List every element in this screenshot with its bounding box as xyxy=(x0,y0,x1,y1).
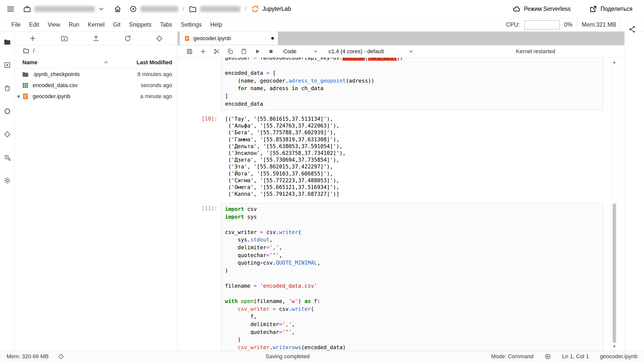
menubar-right: CPU: 0% Mem:321 MB xyxy=(506,18,644,31)
folder-icon xyxy=(189,5,197,13)
save-button[interactable] xyxy=(183,45,196,57)
circle-x-icon[interactable] xyxy=(544,353,551,360)
file-row[interactable]: .ipynb_checkpoints8 minutes ago xyxy=(15,69,177,80)
cut-button[interactable] xyxy=(210,45,223,57)
mode-indicator[interactable]: Mode: Command xyxy=(491,353,534,360)
add-cell-button[interactable] xyxy=(196,45,210,57)
jupyterlab-breadcrumb[interactable]: JupyterLab xyxy=(251,5,291,13)
kernel-select[interactable]: c1.4 (4 cores) - default xyxy=(327,45,415,57)
menu-settings[interactable]: Settings xyxy=(176,18,206,31)
stop-button[interactable] xyxy=(264,45,278,57)
scrollbar-thumb[interactable] xyxy=(613,203,616,343)
file-row[interactable]: encoded_data.csvseconds ago xyxy=(15,80,177,91)
settings-icon[interactable] xyxy=(4,177,11,184)
file-list: .ipynb_checkpoints8 minutes agoencoded_d… xyxy=(15,69,177,102)
share-button[interactable]: Поделиться xyxy=(589,5,632,13)
menu-view[interactable]: View xyxy=(43,18,64,31)
git-clone-icon[interactable] xyxy=(156,35,163,42)
menu-git[interactable]: Git xyxy=(109,18,125,31)
cell-type-select[interactable]: Code xyxy=(282,45,319,57)
run-button[interactable] xyxy=(251,45,264,57)
sync-diamond-icon[interactable] xyxy=(58,353,64,360)
notebook-toolbar: Code c1.4 (4 cores) - default Kernel res… xyxy=(178,45,624,58)
kernel-status: Kernel restarted xyxy=(516,48,555,55)
topbar: / / JupyterLab Режим Serverless Поделить… xyxy=(0,0,644,18)
serverless-mode-button[interactable]: Режим Serverless xyxy=(513,5,571,13)
chevron-down-icon xyxy=(98,6,105,12)
kernel-value: c1.4 (4 cores) - default xyxy=(329,48,384,55)
file-browser-panel: / Name Last Modified .ipynb_checkpoints8… xyxy=(15,32,177,351)
new-folder-icon[interactable] xyxy=(61,35,68,42)
tab-bar: geocoder.ipynb xyxy=(178,32,624,45)
upload-icon[interactable] xyxy=(92,35,100,42)
cut-icon xyxy=(213,48,220,55)
redacted-project-name xyxy=(141,6,178,12)
menu-run[interactable]: Run xyxy=(64,18,83,31)
name-column-header[interactable]: Name xyxy=(22,59,37,66)
table-of-contents-icon[interactable] xyxy=(4,154,11,161)
modified-column-header[interactable]: Last Modified xyxy=(136,59,172,66)
paste-button[interactable] xyxy=(237,45,251,57)
breadcrumb[interactable]: / xyxy=(15,45,177,56)
menu-edit[interactable]: Edit xyxy=(25,18,43,31)
menu-help[interactable]: Help xyxy=(206,18,226,31)
menu-snippets[interactable]: Snippets xyxy=(125,18,156,31)
output-prompt: [10]: xyxy=(178,116,217,122)
status-right: Mode: Command Ln 1, Col 1 geocoder.ipynb xyxy=(491,353,644,360)
breadcrumb-separator: / xyxy=(245,6,246,12)
file-browser-toolbar xyxy=(15,32,177,45)
memory-indicator: Mem:321 MB xyxy=(582,21,616,28)
jupyterlab-label: JupyterLab xyxy=(262,6,291,12)
code-cell[interactable]: geocoder = YandexGeocoder(api_key=os.env… xyxy=(221,58,603,110)
menu-items: FileEditViewRunKernelGitSnippetsTabsSett… xyxy=(7,18,226,31)
redacted-workspace-name xyxy=(34,6,95,12)
refresh-icon[interactable] xyxy=(124,35,131,42)
notebook-scrollbar[interactable]: ▲ ▼ xyxy=(610,59,618,350)
menu-kernel[interactable]: Kernel xyxy=(83,18,109,31)
home-icon[interactable] xyxy=(114,5,122,13)
file-modified: seconds ago xyxy=(141,82,172,89)
target-icon xyxy=(129,5,137,13)
workspace-breadcrumb[interactable] xyxy=(23,5,105,13)
separator xyxy=(577,18,577,32)
notebook-file-icon xyxy=(22,93,29,100)
scroll-down-arrow[interactable]: ▼ xyxy=(611,343,618,350)
memory-usage: Mem: 320.66 MB xyxy=(7,353,49,360)
new-resource-icon[interactable] xyxy=(4,61,11,69)
share-graph-icon[interactable] xyxy=(628,25,636,33)
unsaved-indicator-dot[interactable] xyxy=(271,37,274,40)
cpu-percent: 0% xyxy=(564,21,572,28)
menu-tabs[interactable]: Tabs xyxy=(156,18,177,31)
save-status-message: Saving completed xyxy=(266,353,310,360)
cursor-position[interactable]: Ln 1, Col 1 xyxy=(562,353,589,360)
datasphere-icon[interactable] xyxy=(4,131,11,138)
active-file-name: geocoder.ipynb xyxy=(600,353,637,360)
file-row[interactable]: geocoder.ipynba minute ago xyxy=(15,91,177,102)
scroll-up-arrow[interactable]: ▲ xyxy=(611,59,618,65)
jupyter-logo-icon xyxy=(251,5,259,13)
project-breadcrumb[interactable] xyxy=(129,5,178,13)
new-launcher-icon[interactable] xyxy=(29,35,36,42)
sessions-icon[interactable] xyxy=(4,107,11,115)
notebook-content: geocoder = YandexGeocoder(api_key=os.env… xyxy=(178,58,624,351)
code-cell[interactable]: import csvimport sys csv_writer = csv.wr… xyxy=(221,203,603,351)
cpu-input[interactable] xyxy=(524,20,560,29)
cell-type-value: Code xyxy=(283,48,297,55)
run-icon xyxy=(254,48,261,55)
status-left: Mem: 320.66 MB xyxy=(0,353,64,360)
status-bar: Mem: 320.66 MB Saving completed Mode: Co… xyxy=(0,351,644,362)
menu-file[interactable]: File xyxy=(7,18,25,31)
folder-breadcrumb[interactable] xyxy=(189,5,240,13)
file-name: encoded_data.csv xyxy=(33,82,78,89)
copy-button[interactable] xyxy=(223,45,237,57)
hamburger-menu-icon[interactable] xyxy=(7,5,15,13)
sort-caret-up-icon[interactable] xyxy=(103,60,109,65)
separator xyxy=(621,18,621,32)
menubar: FileEditViewRunKernelGitSnippetsTabsSett… xyxy=(0,18,644,32)
tab-geocoder-ipynb[interactable]: geocoder.ipynb xyxy=(180,32,278,45)
file-browser-icon[interactable] xyxy=(4,38,11,46)
serverless-label: Режим Serverless xyxy=(524,6,571,12)
chevron-down-icon xyxy=(313,49,318,54)
folder-icon xyxy=(23,47,29,54)
storage-bucket-icon[interactable] xyxy=(4,84,11,92)
